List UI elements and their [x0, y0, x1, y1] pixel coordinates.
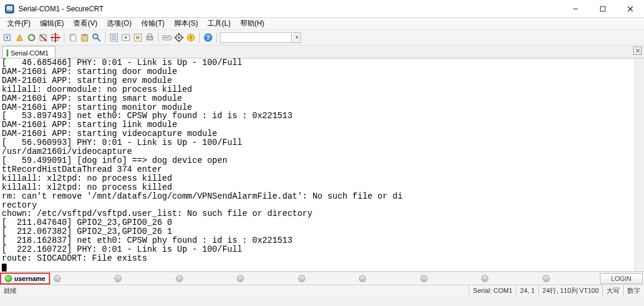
- help-icon[interactable]: ?: [203, 32, 213, 43]
- terminal-line: killall: doormodule: no process killed: [2, 85, 192, 94]
- terminal-line: route: SIOCADDRT: File exists: [2, 254, 147, 263]
- button-bar-slot[interactable]: [111, 275, 172, 282]
- tab-status-indicator: [7, 50, 8, 57]
- terminal-line: [ 218.162837] net eth0: CPSW phy found :…: [2, 236, 292, 245]
- menu-help[interactable]: 帮助(H): [236, 17, 270, 30]
- status-dot-icon: [543, 275, 550, 282]
- button-bar-slot[interactable]: [478, 275, 538, 282]
- menu-transfer[interactable]: 传输(T): [137, 17, 169, 30]
- status-dot-icon: [5, 275, 12, 282]
- status-num: 数字: [623, 285, 644, 296]
- toolbar-separator: [158, 32, 159, 43]
- terminal-line: [ 59.499091] [dog info] ==> dog device o…: [2, 156, 227, 165]
- login-button[interactable]: LOGIN: [600, 273, 643, 284]
- svg-rect-1: [7, 6, 13, 10]
- svg-point-25: [125, 36, 127, 39]
- terminal-line: [ 53.897493] net eth0: CPSW phy found : …: [2, 111, 292, 120]
- tabs-close-icon[interactable]: ✕: [633, 47, 642, 55]
- terminal-cursor: [2, 264, 7, 272]
- svg-rect-29: [148, 34, 151, 36]
- svg-rect-33: [168, 37, 169, 38]
- button-bar-slot[interactable]: [355, 275, 416, 282]
- settings-icon[interactable]: [174, 32, 184, 43]
- toolbar-separator: [216, 32, 217, 43]
- status-bar: 就绪 Serial: COM1 24, 1 24行, 110列 VT100 大写…: [0, 285, 644, 296]
- svg-text:?: ?: [206, 34, 210, 41]
- tab-label: Serial-COM1: [11, 50, 49, 57]
- run-script-icon[interactable]: [185, 32, 196, 43]
- terminal-output[interactable]: [ 46.685466] PHY: 0:01 - Link is Up - 10…: [0, 58, 644, 272]
- print-icon[interactable]: [144, 32, 155, 43]
- tab-serial-com1[interactable]: Serial-COM1: [2, 46, 55, 58]
- button-bar: username LOGIN: [0, 272, 644, 285]
- menu-edit[interactable]: 编辑(E): [35, 17, 69, 30]
- svg-rect-28: [147, 36, 153, 40]
- menu-bar: 文件(F) 编辑(E) 查看(V) 选项(O) 传输(T) 脚本(S) 工具(L…: [0, 18, 644, 30]
- status-connection: Serial: COM1: [469, 285, 516, 296]
- global-options-icon[interactable]: [132, 32, 143, 43]
- status-dot-icon: [237, 275, 244, 282]
- status-dot-icon: [54, 275, 61, 282]
- button-bar-username[interactable]: username: [0, 273, 50, 285]
- svg-rect-15: [71, 35, 76, 41]
- toolbar-separator: [64, 32, 64, 43]
- paste-icon[interactable]: [79, 32, 90, 43]
- status-dot-icon: [298, 275, 305, 282]
- terminal-line: ttRecordHistDataThread 374 enter: [2, 165, 162, 174]
- button-bar-slot[interactable]: [295, 275, 355, 282]
- close-button[interactable]: [617, 0, 644, 18]
- session-tabs: Serial-COM1 ✕: [0, 45, 644, 58]
- keymap-icon[interactable]: [162, 32, 172, 43]
- terminal-line: DAM-2160i APP: starting videocapture mod…: [2, 129, 217, 138]
- status-dot-icon: [481, 275, 488, 282]
- properties-icon[interactable]: [109, 32, 119, 43]
- svg-rect-27: [136, 36, 140, 39]
- terminal-line: killall: xl2tpd: no process killed: [2, 174, 172, 183]
- menu-file[interactable]: 文件(F): [2, 17, 35, 30]
- button-bar-slot[interactable]: [417, 275, 478, 282]
- minimize-button[interactable]: [562, 0, 589, 18]
- terminal-line: [ 211.047640] GPIO2_23,GPIO0_26 0: [2, 218, 172, 227]
- copy-icon[interactable]: [67, 32, 78, 43]
- username-label: username: [14, 275, 45, 282]
- disconnect-all-icon[interactable]: [50, 32, 61, 43]
- terminal-line: rm: can't remove '/mnt/datafs/log/comm/V…: [2, 191, 402, 201]
- svg-rect-31: [164, 37, 165, 38]
- host-input[interactable]: [220, 32, 292, 43]
- window-title: Serial-COM1 - SecureCRT: [18, 5, 562, 13]
- toolbar-separator: [199, 32, 200, 43]
- app-icon: [5, 4, 14, 14]
- button-bar-slot[interactable]: [233, 275, 294, 282]
- quick-connect-icon[interactable]: [14, 32, 25, 43]
- svg-point-35: [178, 36, 180, 39]
- reconnect-icon[interactable]: [26, 32, 37, 43]
- terminal-line: DAM-2160i APP: starting door module: [2, 67, 177, 76]
- menu-view[interactable]: 查看(V): [69, 17, 102, 30]
- title-bar: Serial-COM1 - SecureCRT: [0, 0, 644, 18]
- menu-options[interactable]: 选项(O): [102, 17, 136, 30]
- status-dot-icon: [359, 275, 366, 282]
- button-bar-slot[interactable]: [50, 275, 111, 282]
- terminal-line: killall: xl2tpd: no process killed: [2, 183, 172, 192]
- status-ready: 就绪: [0, 286, 20, 295]
- terminal-line: DAM-2160i APP: starting smart module: [2, 94, 182, 103]
- status-dot-icon: [176, 275, 183, 282]
- terminal-line: /usr/dam2160i/videocapture: [2, 147, 132, 156]
- menu-tools[interactable]: 工具(L): [203, 17, 236, 30]
- vertical-scrollbar[interactable]: [634, 58, 644, 271]
- toolbar-separator: [105, 32, 106, 43]
- find-icon[interactable]: [91, 32, 102, 43]
- svg-rect-2: [7, 10, 13, 12]
- terminal-line: [ 56.960993] PHY: 0:01 - Link is Up - 10…: [2, 138, 242, 147]
- session-options-icon[interactable]: [120, 32, 131, 43]
- menu-script[interactable]: 脚本(S): [169, 17, 203, 30]
- host-input-dropdown[interactable]: ▾: [293, 32, 301, 43]
- button-bar-slot[interactable]: [172, 275, 233, 282]
- connect-icon[interactable]: [2, 32, 13, 43]
- maximize-button[interactable]: [589, 0, 617, 18]
- terminal-line: rectory: [2, 200, 37, 210]
- terminal-line: [ 222.160722] PHY: 0:01 - Link is Up - 1…: [2, 245, 242, 254]
- disconnect-icon[interactable]: [38, 32, 49, 43]
- status-cursor-pos: 24, 1: [516, 285, 538, 296]
- button-bar-slot[interactable]: [539, 275, 600, 282]
